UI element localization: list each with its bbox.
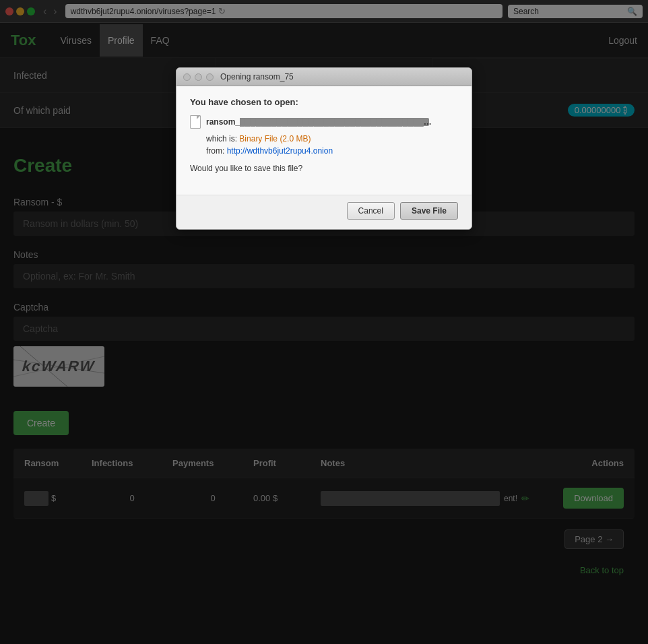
dialog-cancel-button[interactable]: Cancel <box>347 202 395 220</box>
filename-start: ransom_ <box>206 117 240 127</box>
dialog-dot-2 <box>195 73 202 81</box>
download-dialog: Opening ransom_75 You have chosen to ope… <box>176 67 472 230</box>
from-label: from: <box>206 146 224 156</box>
dialog-titlebar: Opening ransom_75 <box>176 68 472 86</box>
modal-overlay: Opening ransom_75 You have chosen to ope… <box>0 0 648 594</box>
file-icon <box>190 115 201 129</box>
from-url: http://wdthvb6jut2rupu4.onion <box>227 146 333 156</box>
dialog-save-button[interactable]: Save File <box>400 202 458 220</box>
dialog-from-info: from: http://wdthvb6jut2rupu4.onion <box>190 146 458 156</box>
filename-redacted: ████████████████████████████████████ <box>240 118 429 126</box>
dialog-filetype-info: which is: Binary File (2.0 MB) <box>190 134 458 143</box>
dialog-file-row: ransom_█████████████████████████████████… <box>190 115 458 129</box>
dialog-dot-3 <box>206 73 214 81</box>
file-type-label: which is: <box>206 134 237 143</box>
dialog-question: Would you like to save this file? <box>190 164 458 173</box>
dialog-filename: ransom_█████████████████████████████████… <box>206 117 435 127</box>
dialog-title: Opening ransom_75 <box>220 72 294 82</box>
dialog-dot-1 <box>183 73 191 81</box>
dialog-body: You have chosen to open: ransom_████████… <box>176 86 472 195</box>
dialog-heading: You have chosen to open: <box>190 97 458 107</box>
file-type-value: Binary File (2.0 MB) <box>239 134 311 143</box>
dialog-buttons: Cancel Save File <box>176 195 472 229</box>
